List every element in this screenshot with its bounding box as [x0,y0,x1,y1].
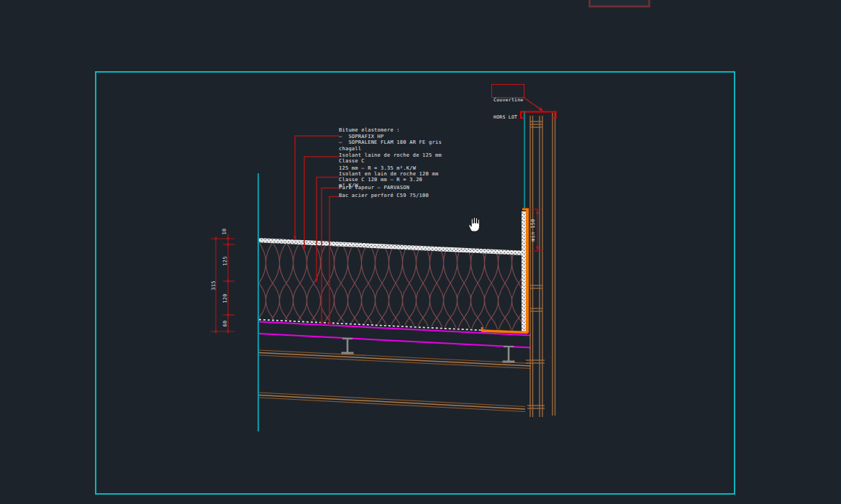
dim-label-min150[interactable]: min 150 [530,219,536,242]
detail-drawing[interactable] [0,0,841,504]
note-chagall[interactable]: chagall [339,146,361,152]
coping-cap[interactable] [521,112,556,119]
note-r-335[interactable]: 125 mm — R = 3.35 m².K/W [339,165,416,171]
support-beam-right[interactable] [503,347,515,362]
couvertine-label-line1: Couvertine [494,97,524,103]
couvertine-label-line2: HORS LOT [494,114,524,120]
wall-framing[interactable] [526,113,555,417]
couvertine-leader [523,97,543,111]
note-pare-vapeur[interactable]: Pare Vapeur — PARVASON [339,185,409,191]
dim-label-10[interactable]: 10 [222,228,227,234]
clipped-red-frame [590,0,650,6]
note-classe-c[interactable]: Classe C [339,158,365,164]
note-soprafix[interactable]: — SOPRAFIX HP [339,134,384,139]
note-r-320[interactable]: Classe C 120 mm — R = 3.20 [339,177,422,183]
dim-label-315[interactable]: 315 [211,280,217,290]
pan-hand-cursor [468,214,483,233]
note-bitume[interactable]: Bitume elastomere : [339,127,400,133]
note-bac-acier[interactable]: Bac acier perforé C59 75/100 [339,193,429,198]
dim-label-60[interactable]: 60 [222,320,228,326]
steel-deck-lines[interactable] [259,350,531,412]
dim-label-125[interactable]: 125 [222,256,228,266]
wall-membrane[interactable] [522,211,526,331]
support-beam-left[interactable] [342,339,354,353]
couvertine-label-box[interactable]: Couvertine HORS LOT [491,84,524,98]
cad-model-space[interactable]: Bitume elastomere : — SOPRAFIX HP — SOPR… [0,0,841,504]
note-isolant-125[interactable]: Isolant laine de roche de 125 mm [339,152,442,158]
note-sopralene[interactable]: — SOPRALENE FLAM 180 AR FE gris [339,139,442,145]
dim-label-120[interactable]: 120 [222,293,228,303]
dimension-ticks-left [214,237,229,334]
